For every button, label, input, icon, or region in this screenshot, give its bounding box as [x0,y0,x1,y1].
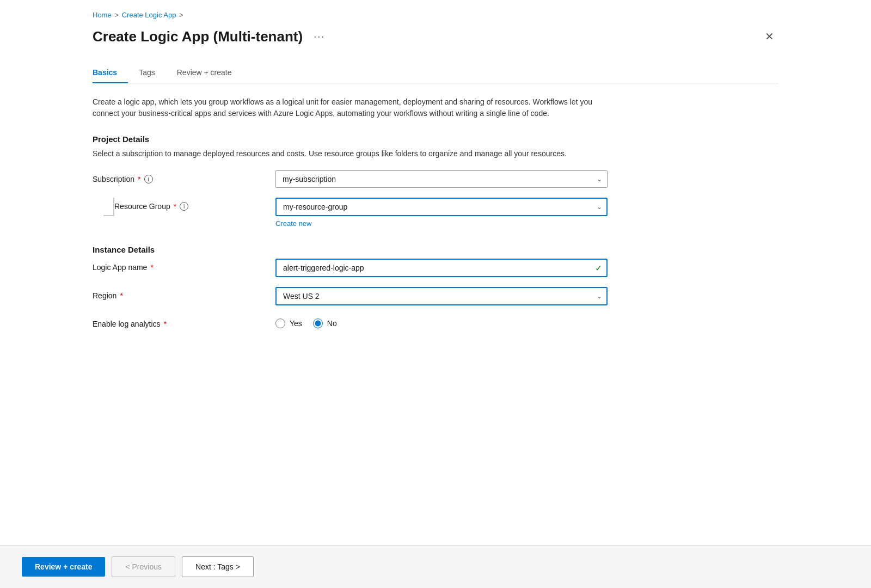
breadcrumb-sep-1: > [115,11,119,19]
tab-review-create[interactable]: Review + create [166,63,243,83]
breadcrumb-home[interactable]: Home [93,11,112,19]
logic-app-name-input[interactable] [275,259,608,277]
logic-app-name-label: Logic App name [93,263,147,272]
subscription-info-icon[interactable]: i [144,175,153,183]
log-analytics-control: Yes No [275,315,608,328]
region-dropdown[interactable]: West US 2 [275,287,608,305]
breadcrumb-sep-2: > [179,11,183,19]
page-header: Create Logic App (Multi-tenant) ··· ✕ [93,28,778,45]
close-button[interactable]: ✕ [760,28,778,45]
logic-app-name-control: ✓ [275,259,608,277]
resource-group-row-inner: Resource Group * i my-resource-group ⌄ C… [114,198,778,228]
log-analytics-no-label: No [327,319,337,328]
connector [93,198,114,216]
logic-app-name-required-star: * [150,263,153,272]
resource-group-info-icon[interactable]: i [180,202,188,211]
tab-tags[interactable]: Tags [128,63,166,83]
resource-group-control: my-resource-group ⌄ Create new [275,198,608,228]
region-required-star: * [120,291,122,300]
resource-group-dropdown[interactable]: my-resource-group [275,198,608,216]
log-analytics-no-option[interactable]: No [313,318,337,328]
page-description: Create a logic app, which lets you group… [93,96,615,119]
log-analytics-no-radio[interactable] [313,318,323,328]
resource-group-container: Resource Group * i my-resource-group ⌄ C… [93,198,778,228]
subscription-dropdown[interactable]: my-subscription [275,170,608,188]
review-create-button[interactable]: Review + create [22,557,105,577]
log-analytics-label: Enable log analytics [93,320,161,328]
project-details-title: Project Details [93,134,778,144]
logic-app-name-input-wrapper: ✓ [275,259,608,277]
resource-group-label: Resource Group [114,202,170,211]
region-row: Region * West US 2 ⌄ [93,287,778,305]
previous-button[interactable]: < Previous [112,556,175,577]
tabs: Basics Tags Review + create [93,63,778,83]
region-control: West US 2 ⌄ [275,287,608,305]
page-title: Create Logic App (Multi-tenant) [93,28,303,45]
resource-group-required-star: * [174,202,176,211]
region-dropdown-wrapper: West US 2 ⌄ [275,287,608,305]
next-button[interactable]: Next : Tags > [182,556,254,577]
project-details-desc: Select a subscription to manage deployed… [93,148,615,160]
region-label: Region [93,291,116,300]
subscription-label: Subscription [93,175,134,183]
bottom-bar: Review + create < Previous Next : Tags > [0,545,871,588]
instance-details-section: Instance Details Logic App name * ✓ Regi… [93,245,778,328]
log-analytics-yes-label: Yes [290,319,302,328]
log-analytics-yes-radio[interactable] [275,318,285,328]
instance-details-title: Instance Details [93,245,778,254]
create-new-resource-group-link[interactable]: Create new [275,219,311,228]
subscription-required-star: * [138,175,140,183]
subscription-row: Subscription * i my-subscription ⌄ [93,170,778,188]
log-analytics-required-star: * [164,320,167,328]
logic-app-name-row: Logic App name * ✓ [93,259,778,277]
log-analytics-row: Enable log analytics * Yes No [93,315,778,328]
project-details-section: Project Details Select a subscription to… [93,134,778,228]
subscription-dropdown-wrapper: my-subscription ⌄ [275,170,608,188]
log-analytics-radio-group: Yes No [275,315,608,328]
tab-basics[interactable]: Basics [93,63,128,83]
resource-group-dropdown-wrapper: my-resource-group ⌄ [275,198,608,216]
breadcrumb: Home > Create Logic App > [93,11,778,19]
log-analytics-yes-option[interactable]: Yes [275,318,302,328]
logic-app-name-valid-icon: ✓ [595,263,602,273]
more-options-button[interactable]: ··· [309,29,329,45]
subscription-control: my-subscription ⌄ [275,170,608,188]
breadcrumb-create-logic-app[interactable]: Create Logic App [122,11,176,19]
